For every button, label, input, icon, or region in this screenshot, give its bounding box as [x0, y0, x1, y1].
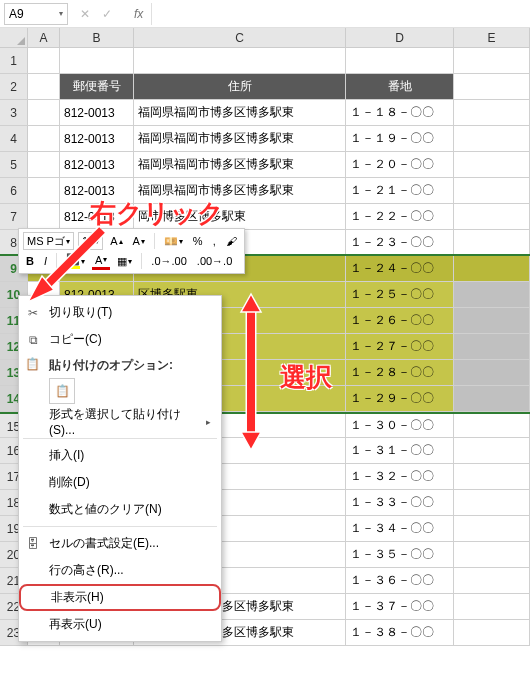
italic-button[interactable]: I [41, 254, 50, 268]
cell[interactable] [454, 126, 530, 151]
cell[interactable]: 812-0013 [60, 152, 134, 177]
menu-row-height[interactable]: 行の高さ(R)... [19, 557, 221, 584]
format-painter-icon[interactable]: 🖌 [223, 234, 240, 248]
cell[interactable] [28, 100, 60, 125]
cell[interactable]: 812-0013 [60, 178, 134, 203]
cell[interactable] [454, 464, 530, 489]
cell[interactable]: １－２４－〇〇 [346, 256, 454, 281]
row-header[interactable]: 3 [0, 100, 28, 125]
confirm-icon[interactable]: ✓ [100, 7, 114, 21]
row-header[interactable]: 2 [0, 74, 28, 99]
cell[interactable] [454, 414, 530, 437]
cell[interactable] [454, 594, 530, 619]
menu-paste-special[interactable]: 形式を選択して貼り付け(S)...▸ [19, 408, 221, 435]
cancel-icon[interactable]: ✕ [78, 7, 92, 21]
font-color-icon[interactable]: A▾ [92, 253, 110, 270]
cell[interactable]: １－３４－〇〇 [346, 516, 454, 541]
cell[interactable] [454, 542, 530, 567]
cell[interactable]: 郵便番号 [60, 74, 134, 99]
cell[interactable] [454, 620, 530, 645]
comma-format-icon[interactable]: , [210, 234, 219, 248]
paste-button[interactable]: 📋 [49, 378, 75, 404]
cell[interactable]: 812-0013 [60, 100, 134, 125]
cell[interactable] [454, 100, 530, 125]
menu-clear[interactable]: 数式と値のクリア(N) [19, 496, 221, 523]
cell[interactable] [454, 74, 530, 99]
cell[interactable]: １－３８－〇〇 [346, 620, 454, 645]
cell[interactable] [454, 308, 530, 333]
cell[interactable]: 福岡県福岡市博多区博多駅東 [134, 100, 346, 125]
fill-color-icon[interactable]: ⬛▾ [63, 252, 88, 270]
cell[interactable] [454, 230, 530, 254]
cell[interactable] [454, 438, 530, 463]
cell[interactable]: １－２３－〇〇 [346, 230, 454, 254]
cell[interactable]: 福岡県福岡市博多区博多駅東 [134, 152, 346, 177]
cell[interactable]: 福岡県福岡市博多区博多駅東 [134, 178, 346, 203]
cell[interactable] [454, 282, 530, 307]
cell[interactable]: １－３７－〇〇 [346, 594, 454, 619]
name-box[interactable]: A9 ▾ [4, 3, 68, 25]
cell[interactable]: １－２０－〇〇 [346, 152, 454, 177]
row-header[interactable]: 7 [0, 204, 28, 229]
col-header-C[interactable]: C [134, 28, 346, 47]
row-header[interactable]: 5 [0, 152, 28, 177]
menu-delete[interactable]: 削除(D) [19, 469, 221, 496]
cell[interactable] [60, 48, 134, 73]
cell[interactable] [28, 152, 60, 177]
cell[interactable]: １－２１－〇〇 [346, 178, 454, 203]
menu-hide[interactable]: 非表示(H) [19, 584, 221, 611]
cell[interactable] [454, 152, 530, 177]
cell[interactable]: 812-0013 [60, 204, 134, 229]
cell[interactable]: １－３０－〇〇 [346, 414, 454, 437]
menu-format-cells[interactable]: 🗄セルの書式設定(E)... [19, 530, 221, 557]
cell[interactable]: １－３３－〇〇 [346, 490, 454, 515]
bold-button[interactable]: B [23, 254, 37, 268]
row-header[interactable]: 4 [0, 126, 28, 151]
cell[interactable]: １－１８－〇〇 [346, 100, 454, 125]
menu-copy[interactable]: ⧉コピー(C) [19, 326, 221, 353]
select-all-corner[interactable] [0, 28, 28, 47]
cell[interactable]: １－２９－〇〇 [346, 386, 454, 411]
cell[interactable]: １－２６－〇〇 [346, 308, 454, 333]
formula-input[interactable] [151, 3, 530, 25]
menu-insert[interactable]: 挿入(I) [19, 442, 221, 469]
col-header-B[interactable]: B [60, 28, 134, 47]
cell[interactable] [28, 126, 60, 151]
cell[interactable]: １－２２－〇〇 [346, 204, 454, 229]
cell[interactable]: １－１９－〇〇 [346, 126, 454, 151]
fx-icon[interactable]: fx [132, 7, 145, 21]
cell[interactable] [454, 490, 530, 515]
cell[interactable] [454, 48, 530, 73]
border-icon[interactable]: ▦▾ [114, 254, 135, 269]
cell[interactable]: 岡市博多区博多駅東 [134, 204, 346, 229]
decrease-font-icon[interactable]: A▾ [130, 234, 148, 248]
cell[interactable]: 住所 [134, 74, 346, 99]
cell[interactable] [454, 334, 530, 359]
col-header-D[interactable]: D [346, 28, 454, 47]
row-header[interactable]: 1 [0, 48, 28, 73]
cell[interactable]: 福岡県福岡市博多区博多駅東 [134, 126, 346, 151]
cell[interactable] [454, 256, 530, 281]
accounting-format-icon[interactable]: 💴▾ [161, 234, 186, 249]
percent-format-icon[interactable]: % [190, 234, 206, 248]
font-size-select[interactable]: 11 ▾ [78, 232, 103, 250]
cell[interactable]: １－３１－〇〇 [346, 438, 454, 463]
cell[interactable]: 番地 [346, 74, 454, 99]
cell[interactable] [28, 48, 60, 73]
cell[interactable] [454, 204, 530, 229]
cell[interactable] [28, 178, 60, 203]
chevron-down-icon[interactable]: ▾ [59, 9, 63, 18]
col-header-A[interactable]: A [28, 28, 60, 47]
cell[interactable] [134, 48, 346, 73]
cell[interactable] [28, 204, 60, 229]
cell[interactable]: １－３２－〇〇 [346, 464, 454, 489]
cell[interactable] [454, 178, 530, 203]
cell[interactable] [454, 516, 530, 541]
col-header-E[interactable]: E [454, 28, 530, 47]
decrease-decimal-icon[interactable]: .00→.0 [194, 254, 235, 268]
menu-unhide[interactable]: 再表示(U) [19, 611, 221, 638]
cell[interactable] [454, 386, 530, 411]
increase-decimal-icon[interactable]: .0→.00 [148, 254, 189, 268]
cell[interactable] [346, 48, 454, 73]
row-header[interactable]: 6 [0, 178, 28, 203]
